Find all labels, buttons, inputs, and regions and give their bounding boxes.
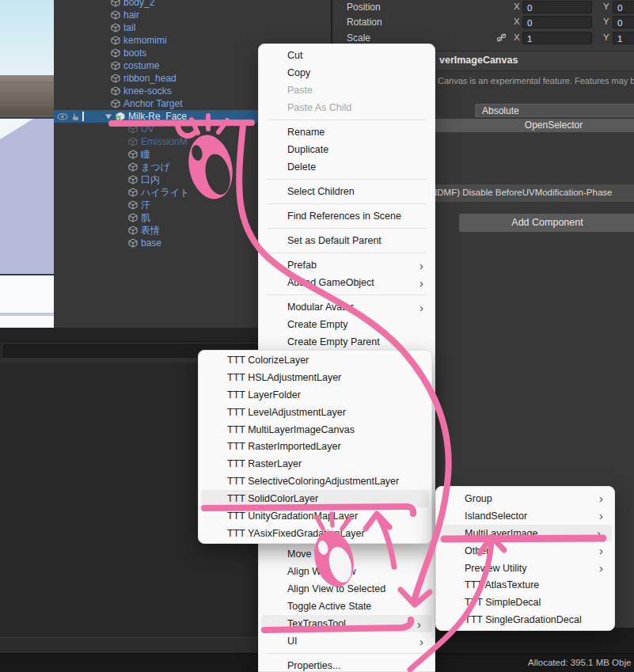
hierarchy-item-label: knee-socks (123, 85, 172, 97)
rename-cursor (82, 112, 84, 121)
menu-item-copy[interactable]: Copy (259, 64, 435, 82)
cube-icon (111, 0, 120, 7)
textranstool-submenu: Group› IslandSelector› MultiLayerImage› … (435, 486, 615, 631)
menu-item-group[interactable]: Group› (436, 490, 614, 507)
menu-item-prefab[interactable]: Prefab› (259, 256, 435, 274)
menu-item-align-view-to-selected[interactable]: Align View to Selected (259, 580, 435, 598)
unity-editor-window: body_2 hair tail kemomimi boots costume … (0, 0, 634, 672)
menu-item-ttt-hsladjustmentlayer[interactable]: TTT HSLAdjustmentLayer (199, 369, 431, 386)
hierarchy-item-label: body_2 (123, 0, 154, 8)
foldout-expanded-icon[interactable] (104, 112, 112, 120)
cube-icon (111, 23, 120, 32)
scene-view[interactable] (0, 0, 54, 328)
menu-item-islandselector[interactable]: IslandSelector› (436, 507, 614, 525)
menu-item-toggle-active-state[interactable]: Toggle Active State (259, 598, 435, 615)
position-x-field[interactable]: 0 (522, 1, 592, 13)
menu-item-preview-utility[interactable]: Preview Utility› (436, 560, 614, 577)
cube-icon (111, 36, 120, 45)
menu-item-other[interactable]: Other› (436, 542, 614, 560)
menu-item-ttt-layerfolder[interactable]: TTT LayerFolder (199, 386, 431, 404)
menu-item-ttt-rasterimportedlayer[interactable]: TTT RasterImportedLayer (199, 438, 431, 455)
scene-model-white-face (0, 274, 54, 328)
menu-item-textranstool[interactable]: TexTransTool› (261, 615, 432, 632)
component-header-title: verImageCanvas (439, 55, 518, 66)
submenu-chevron-icon: › (599, 510, 609, 522)
menu-item-ttt-atlastexture[interactable]: TTT AtlasTexture (436, 576, 614, 594)
scale-y-field[interactable]: 1 (613, 32, 634, 44)
menu-item-paste: Paste (259, 82, 435, 99)
menu-item-find-references-in-scene[interactable]: Find References in Scene (259, 207, 435, 225)
cube-icon (128, 137, 138, 146)
cube-icon (111, 61, 120, 70)
menu-separator (267, 228, 427, 229)
hierarchy-item-label: costume (123, 60, 159, 71)
scene-sky (0, 0, 54, 75)
menu-item-added-gameobject[interactable]: Added GameObject› (259, 274, 435, 291)
menu-item-ui[interactable]: UI› (259, 632, 435, 650)
scale-label: Scale (347, 32, 370, 44)
scene-model-streak (0, 313, 54, 316)
position-x-label: X (514, 2, 520, 11)
position-y-field[interactable]: 0 (613, 1, 634, 13)
scale-x-field[interactable]: 1 (522, 32, 592, 44)
position-y-label: Y (603, 2, 609, 11)
menu-item-ttt-selectivecoloringadjustmentlayer[interactable]: TTT SelectiveColoringAdjustmentLayer (199, 473, 431, 490)
hierarchy-item-hair[interactable]: hair (54, 9, 331, 21)
cube-icon (128, 124, 138, 134)
visibility-eye-icon[interactable] (57, 112, 68, 122)
submenu-chevron-icon: › (420, 277, 430, 289)
hierarchy-item-label: 表情 (141, 224, 160, 237)
menu-item-create-empty[interactable]: Create Empty (259, 316, 435, 333)
hierarchy-item-label: ハイライト (141, 186, 189, 199)
pickability-hand-icon[interactable] (70, 112, 80, 122)
menu-item-set-as-default-parent[interactable]: Set as Default Parent (259, 232, 435, 249)
menu-item-ttt-colorizelayer[interactable]: TTT ColorizeLayer (199, 351, 431, 369)
menu-item-ttt-simpledecal[interactable]: TTT SimpleDecal (436, 594, 614, 611)
hierarchy-item-label: Milk-Re_Face (128, 111, 187, 122)
menu-item-rename[interactable]: Rename (259, 123, 435, 141)
menu-item-ttt-solidcolorlayer[interactable]: TTT SolidColorLayer (201, 490, 429, 507)
add-component-button[interactable]: Add Component (459, 214, 634, 232)
menu-item-ttt-yasixfixedgradationlayer[interactable]: TTT YAsixFixedGradationLayer (199, 525, 431, 542)
cube-icon (111, 10, 120, 20)
position-label: Position (347, 2, 381, 13)
absolute-dropdown[interactable]: Absolute (475, 104, 634, 117)
cube-icon (128, 213, 138, 222)
rotation-y-field[interactable]: 0 (613, 16, 634, 28)
submenu-chevron-icon: › (417, 618, 427, 630)
scene-model-face (0, 119, 54, 274)
unlinked-scale-icon[interactable] (496, 32, 507, 43)
cube-icon (128, 226, 138, 235)
hierarchy-item-label: kemomimi (123, 35, 167, 46)
menu-item-align-with-view[interactable]: Align With View (259, 563, 435, 580)
menu-item-multilayerimage[interactable]: MultiLayerImage› (438, 525, 612, 542)
menu-item-move-to-view[interactable]: Move To View (259, 545, 435, 563)
menu-item-create-empty-parent[interactable]: Create Empty Parent (259, 333, 435, 351)
menu-item-paste-as-child: Paste As Child (259, 99, 435, 116)
menu-item-duplicate[interactable]: Duplicate (259, 141, 435, 158)
menu-item-ttt-multilayerimagecanvas[interactable]: TTT MultiLayerImageCanvas (199, 421, 431, 439)
scene-grid-line (0, 116, 54, 116)
absolute-dropdown-value: Absolute (482, 105, 519, 116)
menu-item-select-children[interactable]: Select Children (259, 183, 435, 200)
multilayerimage-submenu: TTT ColorizeLayer TTT HSLAdjustmentLayer… (198, 350, 432, 544)
scale-x-label: X (514, 32, 520, 42)
submenu-chevron-icon: › (420, 302, 430, 313)
hierarchy-item-label: 汗 (141, 199, 150, 212)
menu-item-cut[interactable]: Cut (259, 47, 435, 64)
menu-item-ttt-singlegradationdecal[interactable]: TTT SingleGradationDecal (436, 611, 614, 628)
menu-item-modular-avatar[interactable]: Modular Avatar› (259, 298, 435, 316)
menu-separator (267, 653, 427, 654)
scene-model-highlight (0, 119, 33, 139)
menu-item-ttt-unitygradationmaplayer[interactable]: TTT UnityGradationMapLayer (199, 507, 431, 525)
menu-item-ttt-leveladjustmentlayer[interactable]: TTT LevelAdjustmentLayer (199, 404, 431, 421)
hierarchy-item-label: Anchor Target (123, 98, 183, 109)
hierarchy-item-label: base (141, 237, 161, 249)
menu-item-delete[interactable]: Delete (259, 158, 435, 176)
menu-item-properties[interactable]: Properties... (259, 657, 435, 672)
rotation-x-field[interactable]: 0 (522, 16, 592, 28)
cube-icon (128, 200, 138, 210)
hierarchy-item-body-2[interactable]: body_2 (54, 0, 331, 9)
menu-item-ttt-rasterlayer[interactable]: TTT RasterLayer (199, 455, 431, 473)
hierarchy-item-tail[interactable]: tail (54, 21, 331, 34)
